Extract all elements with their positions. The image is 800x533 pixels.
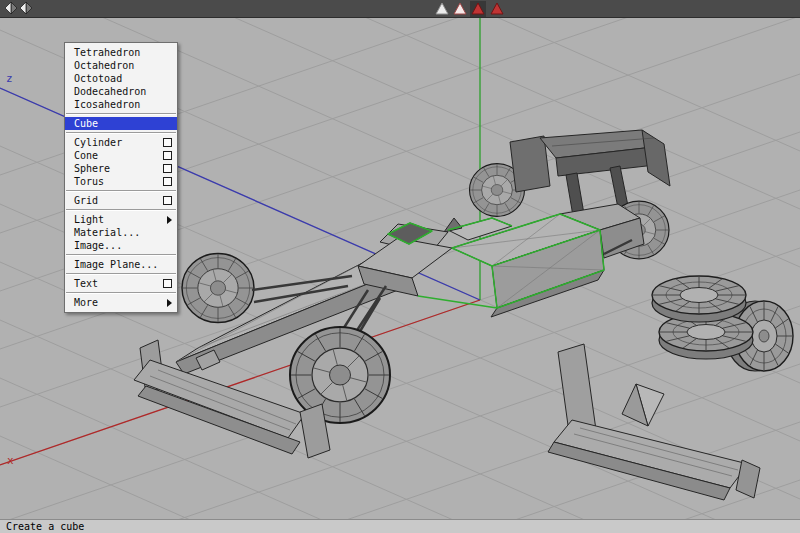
menu-separator [66,209,176,211]
menu-item-label: Sphere [74,162,110,175]
primitives-context-menu: Tetrahedron Octahedron Octotoad Dodecahe… [64,42,178,313]
diamond-icon-2[interactable] [20,2,32,14]
option-box-icon[interactable] [163,279,172,288]
diamond-icon-1[interactable] [5,2,17,14]
submenu-arrow-icon [167,299,172,307]
menu-item-icosahedron[interactable]: Icosahedron [65,98,177,111]
wheel-front-left[interactable] [290,327,390,423]
menu-item-label: Dodecahedron [74,85,146,98]
option-box-icon[interactable] [163,151,172,160]
menu-item-label: Octotoad [74,72,122,85]
menu-item-text[interactable]: Text [65,277,177,290]
menu-item-label: Octahedron [74,59,134,72]
menu-item-more[interactable]: More [65,296,177,309]
menu-item-label: Image... [74,239,122,252]
menu-separator [66,273,176,275]
spare-tire-top[interactable] [652,276,746,322]
triangle-icon [454,3,466,14]
toolbar [0,0,800,18]
menu-item-tetrahedron[interactable]: Tetrahedron [65,46,177,59]
menu-separator [66,132,176,134]
menu-item-light[interactable]: Light [65,213,177,226]
menu-separator [66,190,176,192]
selection-mode-buttons [434,1,508,17]
menu-item-label: Text [74,277,98,290]
menu-item-label: Cube [74,117,98,130]
menu-item-cylinder[interactable]: Cylinder [65,136,177,149]
menu-item-torus[interactable]: Torus [65,175,177,188]
axis-label-x: x [7,454,14,467]
option-box-icon[interactable] [163,138,172,147]
application-window: z x [0,0,800,533]
menu-item-dodecahedron[interactable]: Dodecahedron [65,85,177,98]
menu-separator [66,292,176,294]
triangle-icon [436,3,448,14]
mode-button-4[interactable] [489,1,505,17]
submenu-arrow-icon [167,216,172,224]
menu-item-image[interactable]: Image... [65,239,177,252]
mode-button-3[interactable] [470,1,486,17]
triangle-icon [491,3,503,14]
menu-item-label: Cylinder [74,136,122,149]
menu-item-octotoad[interactable]: Octotoad [65,72,177,85]
cockpit[interactable] [358,223,452,296]
menu-item-octahedron[interactable]: Octahedron [65,59,177,72]
status-text: Create a cube [6,521,84,532]
menu-item-label: Cone [74,149,98,162]
window-diamond-icons [4,1,34,15]
option-box-icon[interactable] [163,164,172,173]
menu-item-label: Torus [74,175,104,188]
menu-item-sphere[interactable]: Sphere [65,162,177,175]
menu-item-label: Image Plane... [74,258,158,271]
menu-item-grid[interactable]: Grid [65,194,177,207]
menu-item-label: Grid [74,194,98,207]
menu-item-label: Light [74,213,104,226]
menu-item-label: Tetrahedron [74,46,140,59]
option-box-icon[interactable] [163,196,172,205]
menu-item-label: Icosahedron [74,98,140,111]
axis-label-z: z [6,72,13,85]
menu-separator [66,113,176,115]
mode-button-2[interactable] [452,1,468,17]
menu-item-image-plane[interactable]: Image Plane... [65,258,177,271]
menu-item-cone[interactable]: Cone [65,149,177,162]
status-bar: Create a cube [0,519,800,533]
wheel-front-right[interactable] [182,253,254,322]
menu-item-material[interactable]: Material... [65,226,177,239]
menu-item-label: More [74,296,98,309]
option-box-icon[interactable] [163,177,172,186]
spare-front-wing[interactable] [548,344,760,500]
mode-button-1[interactable] [434,1,450,17]
menu-separator [66,254,176,256]
spare-tires[interactable] [652,276,793,371]
menu-item-cube[interactable]: Cube [65,117,177,130]
menu-item-label: Material... [74,226,140,239]
